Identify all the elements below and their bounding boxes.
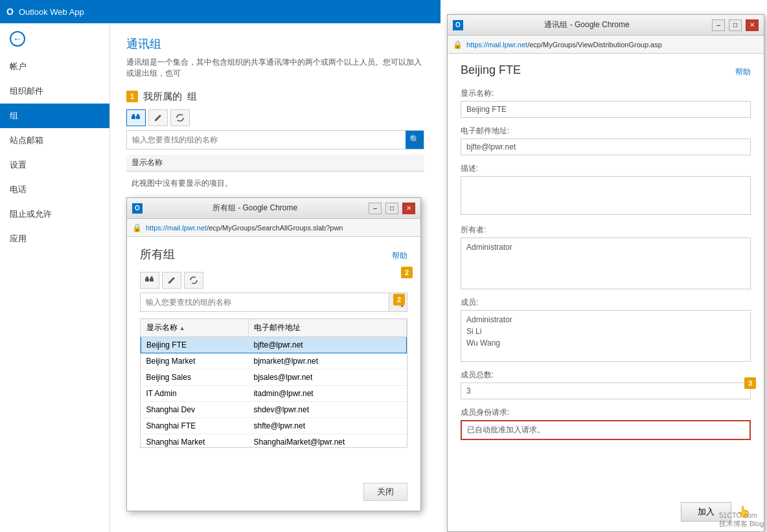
allgroups-edit-btn[interactable] <box>162 272 181 289</box>
bfte-minimize-button[interactable]: – <box>712 19 725 31</box>
group-icon <box>131 113 141 123</box>
approval-value: 已自动批准加入请求。 <box>461 420 751 440</box>
table-row[interactable]: Shanghai MarketShanghaiMarket@lpwr.net <box>141 434 407 449</box>
bfte-close-button[interactable]: ✕ <box>746 19 759 31</box>
owner-label: 所有者: <box>461 225 751 236</box>
email-input[interactable] <box>461 139 751 155</box>
allgroups-body: 所有组 帮助 <box>127 237 420 458</box>
sidebar-item-phone[interactable]: 电话 <box>0 177 109 202</box>
edit-icon <box>154 113 163 122</box>
col-display-name: 显示名称 <box>132 157 419 168</box>
group-name-cell: Shanghai Market <box>141 434 249 449</box>
table-row[interactable]: Shanghai FTEshfte@lpwr.net <box>141 418 407 434</box>
minimize-button[interactable]: – <box>369 203 382 214</box>
member-item: Administrator <box>466 314 745 326</box>
sidebar-item-block[interactable]: 阻止或允许 <box>0 202 109 227</box>
member-item: Si Li <box>466 326 745 337</box>
step2-badge: 2 <box>401 267 413 278</box>
group-name-cell: Beijing Market <box>141 353 249 370</box>
step2-badge-overlay: 2 <box>393 294 405 305</box>
sidebar-item-orgmail[interactable]: 组织邮件 <box>0 79 109 104</box>
refresh-icon <box>189 276 198 285</box>
groups-search-button[interactable]: 🔍 <box>406 131 424 149</box>
step1-badge: 1 <box>126 91 138 102</box>
allgroups-view-btn[interactable] <box>140 272 159 289</box>
close-button[interactable]: ✕ <box>402 203 415 214</box>
allgroups-search-input[interactable] <box>141 294 389 310</box>
sidebar-item-settings[interactable]: 设置 <box>0 153 109 177</box>
group-name-cell: Shanghai FTE <box>141 418 249 434</box>
allgroups-close-bar: 关闭 <box>363 483 407 501</box>
groups-table-scroll[interactable]: 显示名称 ▲ 电子邮件地址 Beijing FTEbjfte@lpwr.netB… <box>140 318 407 448</box>
display-name-input[interactable] <box>461 101 751 118</box>
my-groups-title: 1 我所属的 组 <box>126 91 424 103</box>
table-row[interactable]: Beijing Salesbjsales@lpwr.net <box>141 370 407 386</box>
chrome-icon: O <box>132 203 143 214</box>
sidebar-item-sitebox[interactable]: 站点邮箱 <box>0 128 109 153</box>
svg-point-7 <box>150 276 153 279</box>
my-groups-label: 我所属的 <box>143 91 182 103</box>
allgroups-titlebar: O 所有组 - Google Chrome – □ ✕ <box>127 198 420 219</box>
desc-textarea[interactable] <box>461 176 751 215</box>
members-label: 成员: <box>461 297 751 308</box>
bfte-help[interactable]: 帮助 <box>735 67 751 78</box>
allgroups-close-button[interactable]: 关闭 <box>363 483 407 501</box>
bfte-maximize-button[interactable]: □ <box>729 19 742 31</box>
bfte-page-title: Beijing FTE <box>461 63 521 77</box>
modal-all-groups: O 所有组 - Google Chrome – □ ✕ 🔒 https://ma… <box>126 197 421 511</box>
sidebar-item-apps[interactable]: 应用 <box>0 227 109 251</box>
allgroups-urlbar: 🔒 https://mail.lpwr.net/ecp/MyGroups/Sea… <box>127 219 420 237</box>
step3-badge: 3 <box>744 377 756 389</box>
group-email-cell: ShanghaiMarket@lpwr.net <box>248 434 406 449</box>
page-title: 通讯组 <box>126 36 424 52</box>
group-name-cell: IT Admin <box>141 386 249 402</box>
bfte-url-text: https://mail.lpwr.net/ecp/MyGroups/ViewD… <box>466 41 662 49</box>
table-row[interactable]: IT Adminitadmin@lpwr.net <box>141 386 407 402</box>
back-button[interactable]: ← <box>0 23 109 54</box>
sort-arrow-icon: ▲ <box>179 325 185 331</box>
table-row[interactable]: Beijing Marketbjmarket@lpwr.net <box>141 353 407 370</box>
member-item: Wu Wang <box>466 337 745 349</box>
group-email-cell: shfte@lpwr.net <box>248 418 406 434</box>
display-name-label: 显示名称: <box>461 88 751 99</box>
owner-item: Administrator <box>466 241 745 253</box>
email-label: 电子邮件地址: <box>461 126 751 137</box>
group-icon <box>144 275 155 285</box>
app-title: Outlook Web App <box>19 7 84 17</box>
bfte-titlebar: O 通讯组 - Google Chrome – □ ✕ <box>448 15 764 36</box>
col-email-header: 电子邮件地址 <box>248 319 406 337</box>
allgroups-toolbar: 2 <box>140 272 407 289</box>
svg-point-6 <box>146 276 148 279</box>
url-text: https://mail.lpwr.net/ecp/MyGroups/Searc… <box>146 224 343 232</box>
group-name-cell: Beijing Sales <box>141 370 249 386</box>
owa-icon: O <box>6 6 14 17</box>
bfte-body: Beijing FTE 帮助 显示名称: 电子邮件地址: 描述: 所有者: Ad… <box>448 54 764 520</box>
allgroups-help[interactable]: 帮助 <box>392 250 407 261</box>
allgroups-title: 所有组 - Google Chrome <box>145 203 365 214</box>
back-arrow-icon[interactable]: ← <box>10 31 25 47</box>
refresh-btn[interactable] <box>170 109 190 126</box>
group-email-cell: bjfte@lpwr.net <box>248 337 406 353</box>
maximize-button[interactable]: □ <box>385 203 398 214</box>
bfte-title: 通讯组 - Google Chrome <box>466 19 708 30</box>
approval-label: 成员身份请求: <box>461 407 751 418</box>
allgroups-refresh-btn[interactable] <box>184 272 203 289</box>
edit-group-btn[interactable] <box>148 109 168 126</box>
modal-beijing-fte: O 通讯组 - Google Chrome – □ ✕ 🔒 https://ma… <box>447 14 764 532</box>
group-name-cell: Beijing FTE <box>141 337 249 353</box>
groups-toolbar <box>126 109 424 126</box>
sidebar-item-groups[interactable]: 组 <box>0 104 109 128</box>
edit-icon <box>167 276 176 285</box>
allgroups-search: 🔍 <box>140 293 407 312</box>
groups-table: 显示名称 ▲ 电子邮件地址 Beijing FTEbjfte@lpwr.netB… <box>141 319 407 448</box>
view-my-groups-btn[interactable] <box>126 109 146 126</box>
table-row[interactable]: Shanghai Devshdev@lpwr.net <box>141 402 407 418</box>
groups-search-input[interactable] <box>127 132 406 148</box>
lock-icon: 🔒 <box>132 223 142 232</box>
table-row[interactable]: Beijing FTEbjfte@lpwr.net <box>141 337 407 353</box>
sidebar: ← 帐户 组织邮件 组 站点邮箱 设置 电话 阻止或允许 应用 <box>0 23 110 532</box>
sidebar-item-account[interactable]: 帐户 <box>0 54 109 79</box>
svg-point-3 <box>137 114 139 116</box>
members-listbox: AdministratorSi LiWu Wang <box>461 310 751 362</box>
top-bar: O Outlook Web App <box>0 0 441 23</box>
